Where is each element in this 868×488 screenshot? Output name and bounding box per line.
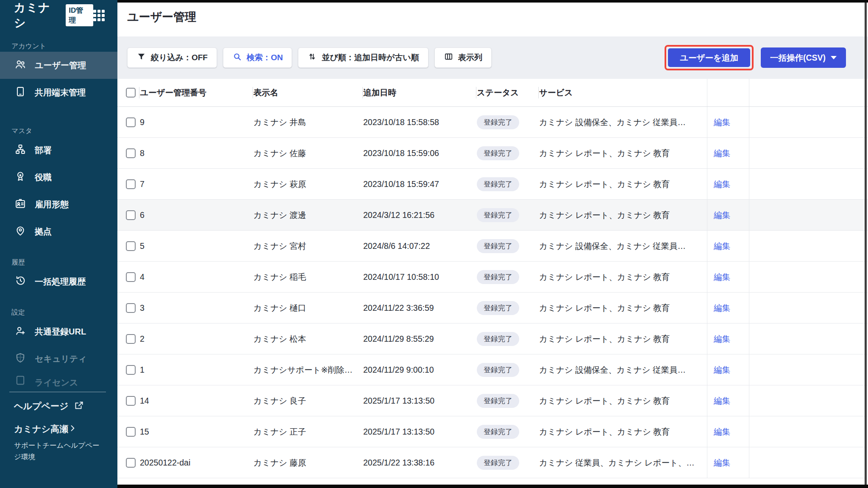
- row-checkbox[interactable]: [126, 272, 136, 282]
- column-header-spacer: [749, 79, 868, 106]
- row-select-cell: [117, 200, 139, 230]
- row-checkbox[interactable]: [126, 179, 136, 189]
- table-row: 3 カミナシ 樋口 2024/11/22 3:36:59 登録完了 カミナシ レ…: [117, 293, 868, 323]
- edit-link[interactable]: 編集: [714, 148, 730, 159]
- user-id-cell: 9: [139, 107, 253, 137]
- display-name-cell: カミナシ 井島: [253, 107, 362, 137]
- row-checkbox[interactable]: [126, 117, 136, 127]
- display-name-cell: カミナシ 渡邊: [253, 200, 362, 230]
- vertical-scrollbar[interactable]: [865, 3, 867, 485]
- add-user-button[interactable]: ユーザーを追加: [668, 48, 750, 67]
- column-header-status[interactable]: ステータス: [476, 79, 538, 106]
- added-at-cell: 2023/10/18 15:59:06: [362, 138, 476, 168]
- history-icon: [14, 275, 26, 289]
- row-spacer-cell: [749, 231, 868, 261]
- row-checkbox[interactable]: [126, 210, 136, 220]
- user-id-cell: 15: [139, 416, 253, 447]
- sidebar-item-label: ライセンス: [35, 377, 78, 388]
- account-menu[interactable]: カミナシ高瀬: [0, 421, 117, 437]
- edit-link[interactable]: 編集: [714, 209, 730, 221]
- column-header-user-id[interactable]: ユーザー管理番号: [139, 79, 253, 106]
- edit-link[interactable]: 編集: [714, 457, 730, 468]
- user-id-cell: 7: [139, 169, 253, 199]
- help-page-link[interactable]: ヘルプページ: [0, 398, 117, 414]
- sidebar-item-employment-type[interactable]: 雇用形態: [0, 191, 117, 218]
- search-button[interactable]: 検索：ON: [223, 47, 292, 68]
- column-header-display-name[interactable]: 表示名: [253, 79, 362, 106]
- apps-grid-icon[interactable]: [93, 10, 105, 21]
- select-all-checkbox[interactable]: [126, 88, 136, 98]
- status-cell: 登録完了: [476, 385, 538, 416]
- edit-link[interactable]: 編集: [714, 364, 730, 376]
- table-row: 15 カミナシ 正子 2025/1/17 13:13:50 登録完了 カミナシ …: [117, 416, 868, 447]
- row-checkbox[interactable]: [126, 458, 136, 468]
- user-id-cell: 1: [139, 354, 253, 385]
- row-checkbox[interactable]: [126, 334, 136, 344]
- row-checkbox[interactable]: [126, 241, 136, 251]
- edit-cell: 編集: [707, 293, 749, 323]
- row-spacer-cell: [749, 323, 868, 354]
- sidebar-item-security[interactable]: セキュリティ: [0, 345, 117, 372]
- edit-link[interactable]: 編集: [714, 240, 730, 252]
- added-at-cell: 2025/1/22 13:38:16: [362, 447, 476, 478]
- toolbar: 絞り込み：OFF 検索：ON 並び順：追加日時が古い順 表示列: [117, 36, 868, 79]
- sidebar-item-registration-url[interactable]: 共通登録URL: [0, 318, 117, 345]
- row-checkbox[interactable]: [126, 148, 136, 158]
- search-label: 検索：ON: [247, 52, 283, 63]
- row-checkbox[interactable]: [126, 303, 136, 313]
- edit-link[interactable]: 編集: [714, 117, 730, 128]
- row-select-cell: [117, 354, 139, 385]
- sidebar-item-shared-devices[interactable]: 共用端末管理: [0, 79, 117, 106]
- app-logo[interactable]: カミナシ ID管理: [0, 0, 117, 31]
- app-window: カミナシ ID管理 アカウント ユーザー管理 共用端末管理 マスタ 部署: [0, 0, 868, 488]
- status-cell: 登録完了: [476, 323, 538, 354]
- sidebar-item-positions[interactable]: 役職: [0, 164, 117, 191]
- services-cell: カミナシ 設備保全、カミナシ 従業員…: [538, 354, 707, 385]
- sidebar-item-user-management[interactable]: ユーザー管理: [0, 52, 117, 79]
- services-cell: カミナシ レポート、カミナシ 教育: [538, 200, 707, 230]
- status-cell: 登録完了: [476, 138, 538, 168]
- sort-button[interactable]: 並び順：追加日時が古い順: [298, 47, 428, 68]
- status-cell: 登録完了: [476, 169, 538, 199]
- license-icon: [14, 374, 26, 388]
- services-cell: カミナシ レポート、カミナシ 教育: [538, 169, 707, 199]
- status-badge: 登録完了: [477, 301, 519, 315]
- edit-link[interactable]: 編集: [714, 426, 730, 438]
- column-header-added-at[interactable]: 追加日時: [362, 79, 476, 106]
- sidebar-item-batch-history[interactable]: 一括処理履歴: [0, 268, 117, 295]
- columns-button[interactable]: 表示列: [434, 47, 492, 68]
- user-id-cell: 14: [139, 385, 253, 416]
- row-checkbox[interactable]: [126, 365, 136, 375]
- edit-cell: 編集: [707, 262, 749, 292]
- edit-link[interactable]: 編集: [714, 302, 730, 314]
- edit-cell: 編集: [707, 169, 749, 199]
- page-title: ユーザー管理: [127, 9, 196, 25]
- row-select-cell: [117, 169, 139, 199]
- sort-arrows-icon: [307, 52, 317, 64]
- sidebar-item-locations[interactable]: 拠点: [0, 218, 117, 245]
- user-id-cell: 5: [139, 231, 253, 261]
- column-header-services[interactable]: サービス: [538, 79, 707, 106]
- row-checkbox[interactable]: [126, 427, 136, 437]
- sidebar-item-license[interactable]: ライセンス: [0, 372, 117, 389]
- added-at-cell: 2024/10/17 10:58:10: [362, 262, 476, 292]
- status-badge: 登録完了: [477, 363, 519, 377]
- user-id-cell: 8: [139, 138, 253, 168]
- filter-button[interactable]: 絞り込み：OFF: [127, 47, 217, 68]
- bulk-actions-button[interactable]: 一括操作(CSV): [761, 47, 846, 68]
- status-badge: 登録完了: [477, 146, 519, 160]
- shield-icon: [14, 352, 26, 366]
- users-icon: [14, 59, 26, 73]
- added-at-cell: 2024/11/29 9:00:10: [362, 354, 476, 385]
- edit-link[interactable]: 編集: [714, 271, 730, 283]
- edit-cell: 編集: [707, 107, 749, 137]
- display-name-cell: カミナシ 良子: [253, 385, 362, 416]
- sidebar-item-departments[interactable]: 部署: [0, 137, 117, 164]
- edit-link[interactable]: 編集: [714, 395, 730, 407]
- edit-cell: 編集: [707, 323, 749, 354]
- edit-link[interactable]: 編集: [714, 178, 730, 190]
- status-cell: 登録完了: [476, 231, 538, 261]
- edit-link[interactable]: 編集: [714, 333, 730, 345]
- display-name-cell: カミナシ 佐藤: [253, 138, 362, 168]
- row-checkbox[interactable]: [126, 396, 136, 406]
